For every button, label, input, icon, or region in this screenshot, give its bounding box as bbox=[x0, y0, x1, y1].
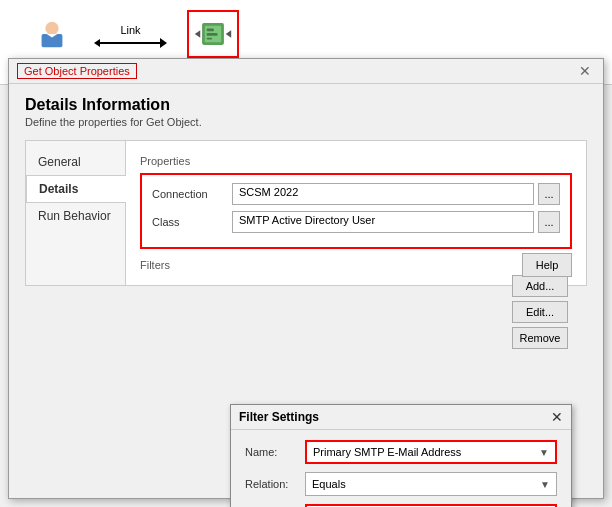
link-label: Link bbox=[120, 24, 140, 36]
nav-item-details[interactable]: Details bbox=[26, 175, 126, 203]
edit-button[interactable]: Edit... bbox=[512, 301, 568, 323]
filter-relation-select[interactable]: Equals ▼ bbox=[305, 472, 557, 496]
help-button[interactable]: Help bbox=[522, 253, 572, 277]
connection-value-container: SCSM 2022 ... bbox=[232, 183, 560, 205]
nav-item-run-behavior[interactable]: Run Behavior bbox=[26, 203, 125, 229]
nav-item-general[interactable]: General bbox=[26, 149, 125, 175]
svg-rect-7 bbox=[207, 38, 212, 40]
dialog-window: Get Object Properties ✕ Details Informat… bbox=[8, 58, 604, 499]
properties-section-label: Properties bbox=[140, 155, 572, 167]
svg-marker-8 bbox=[226, 30, 231, 37]
filters-label: Filters bbox=[140, 259, 572, 271]
link-connector: Link bbox=[94, 24, 167, 48]
dialog-heading: Details Information bbox=[25, 96, 587, 114]
help-area: Help bbox=[522, 253, 572, 277]
get-object-icon bbox=[193, 16, 233, 52]
svg-rect-5 bbox=[207, 29, 214, 32]
dialog-content: Details Information Define the propertie… bbox=[9, 84, 603, 298]
properties-box: Connection SCSM 2022 ... Class SMTP Acti… bbox=[140, 173, 572, 249]
filter-dialog: Filter Settings ✕ Name: Primary SMTP E-M… bbox=[230, 404, 572, 507]
connection-input[interactable]: SCSM 2022 bbox=[232, 183, 534, 205]
get-object-wrapper bbox=[187, 10, 239, 58]
filter-relation-row: Relation: Equals ▼ bbox=[245, 472, 557, 496]
class-row: Class SMTP Active Directory User ... bbox=[152, 211, 560, 233]
left-nav: General Details Run Behavior bbox=[26, 141, 126, 285]
right-content: Properties Connection SCSM 2022 ... Clas… bbox=[126, 141, 586, 285]
filter-dialog-close-button[interactable]: ✕ bbox=[551, 409, 563, 425]
filter-dialog-titlebar: Filter Settings ✕ bbox=[231, 405, 571, 430]
dialog-subheading: Define the properties for Get Object. bbox=[25, 116, 587, 128]
dialog-body: General Details Run Behavior Properties … bbox=[25, 140, 587, 286]
connection-label: Connection bbox=[152, 188, 232, 200]
remove-button[interactable]: Remove bbox=[512, 327, 568, 349]
filter-name-row: Name: Primary SMTP E-Mail Address ▼ bbox=[245, 440, 557, 464]
filter-relation-arrow-icon: ▼ bbox=[540, 479, 550, 490]
filters-area: Filters Filter Settings ✕ Name: bbox=[140, 259, 572, 271]
filter-relation-label: Relation: bbox=[245, 478, 305, 490]
filter-action-buttons: Add... Edit... Remove bbox=[512, 275, 568, 349]
class-input[interactable]: SMTP Active Directory User bbox=[232, 211, 534, 233]
class-label: Class bbox=[152, 216, 232, 228]
filter-name-input[interactable]: Primary SMTP E-Mail Address ▼ bbox=[305, 440, 557, 464]
add-button[interactable]: Add... bbox=[512, 275, 568, 297]
dialog-titlebar: Get Object Properties ✕ bbox=[9, 59, 603, 84]
filter-dialog-body: Name: Primary SMTP E-Mail Address ▼ Rela… bbox=[231, 430, 571, 507]
connection-row: Connection SCSM 2022 ... bbox=[152, 183, 560, 205]
svg-rect-6 bbox=[207, 33, 218, 36]
svg-point-1 bbox=[45, 22, 58, 35]
get-user-icon bbox=[34, 16, 70, 52]
filter-dialog-title: Filter Settings bbox=[239, 410, 319, 424]
filter-name-arrow-icon: ▼ bbox=[539, 447, 549, 458]
svg-marker-2 bbox=[195, 30, 200, 37]
dialog-title: Get Object Properties bbox=[17, 63, 137, 79]
connection-ellipsis-button[interactable]: ... bbox=[538, 183, 560, 205]
class-ellipsis-button[interactable]: ... bbox=[538, 211, 560, 233]
close-button[interactable]: ✕ bbox=[575, 63, 595, 79]
class-value-container: SMTP Active Directory User ... bbox=[232, 211, 560, 233]
filter-name-label: Name: bbox=[245, 446, 305, 458]
